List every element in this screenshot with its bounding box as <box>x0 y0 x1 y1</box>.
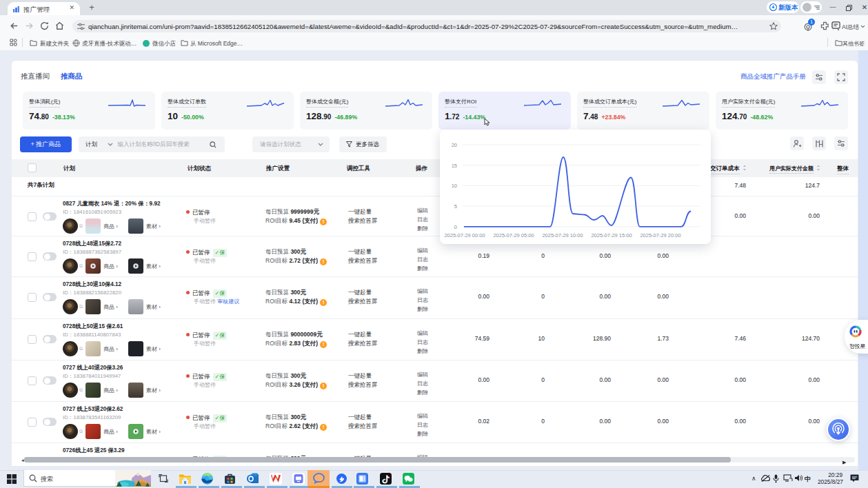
svg-text:2025-07-29 10:00: 2025-07-29 10:00 <box>542 232 583 238</box>
svg-text:20: 20 <box>452 142 457 148</box>
svg-text:5: 5 <box>454 203 457 210</box>
svg-text:2025-07-29 05:00: 2025-07-29 05:00 <box>493 232 534 238</box>
svg-text:2025-07-29 20:00: 2025-07-29 20:00 <box>640 232 680 238</box>
svg-text:10: 10 <box>452 183 457 189</box>
svg-text:15: 15 <box>452 163 457 169</box>
svg-text:2025-07-29 15:00: 2025-07-29 15:00 <box>591 232 632 238</box>
svg-text:2025-07-29 00:00: 2025-07-29 00:00 <box>444 232 485 238</box>
svg-text:0: 0 <box>454 224 457 230</box>
